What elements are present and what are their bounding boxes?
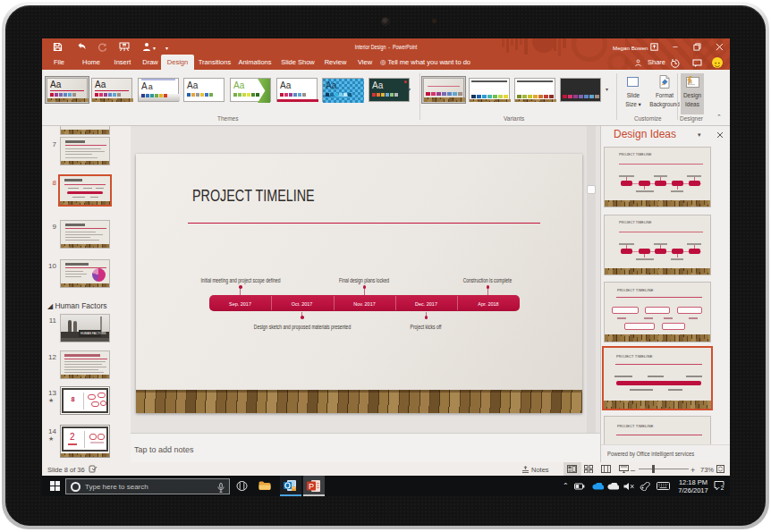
svg-text:2: 2 (721, 485, 724, 491)
svg-text:P: P (309, 482, 314, 491)
